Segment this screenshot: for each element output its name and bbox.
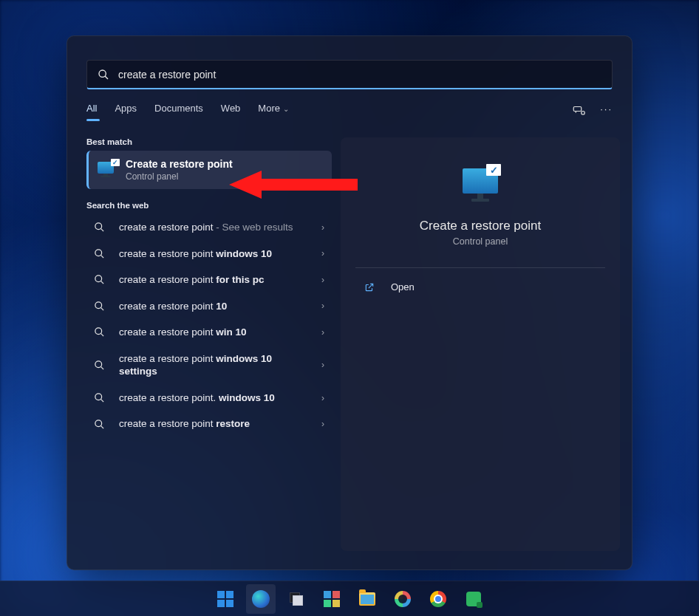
- divider: [355, 267, 605, 268]
- green-app-button[interactable]: [459, 584, 488, 614]
- start-search-panel: All Apps Documents Web More⌄ ··· Best ma…: [67, 35, 632, 570]
- green-app-icon: [466, 592, 481, 606]
- tab-all[interactable]: All: [86, 103, 97, 120]
- search-icon: [94, 419, 109, 430]
- control-panel-icon: ✓: [460, 164, 501, 205]
- svg-point-8: [95, 276, 102, 282]
- search-icon: [94, 274, 109, 285]
- web-result-label: create a restore point for this pc: [119, 273, 311, 287]
- tab-documents[interactable]: Documents: [154, 103, 203, 120]
- open-action[interactable]: Open: [354, 278, 607, 295]
- search-icon: [94, 360, 109, 371]
- best-match-label: Best match: [86, 137, 332, 146]
- web-result-label: create a restore point windows 10: [119, 247, 311, 261]
- taskbar: [0, 581, 699, 616]
- svg-point-16: [95, 394, 102, 400]
- svg-line-13: [100, 334, 103, 337]
- svg-point-18: [95, 420, 102, 427]
- svg-line-19: [100, 425, 103, 428]
- web-result-item[interactable]: create a restore point for this pc›: [86, 267, 332, 293]
- chrome-button[interactable]: [423, 584, 453, 614]
- search-orb-icon: [252, 590, 270, 608]
- svg-line-17: [100, 399, 103, 402]
- chevron-down-icon: ⌄: [283, 105, 289, 113]
- windows-logo-icon: [217, 591, 233, 607]
- open-label: Open: [391, 281, 415, 292]
- web-result-item[interactable]: create a restore point - See web results…: [86, 214, 332, 241]
- svg-point-3: [582, 112, 585, 115]
- more-options-icon[interactable]: ···: [600, 103, 613, 119]
- search-web-label: Search the web: [86, 201, 332, 210]
- file-explorer-button[interactable]: [352, 584, 382, 614]
- web-result-label: create a restore point 10: [119, 300, 311, 313]
- search-icon: [94, 222, 109, 233]
- web-result-item[interactable]: create a restore point 10›: [86, 293, 332, 320]
- search-input[interactable]: [118, 69, 601, 81]
- tab-more[interactable]: More⌄: [258, 103, 289, 120]
- widgets-button[interactable]: [317, 584, 347, 614]
- search-icon: [94, 326, 109, 338]
- web-result-item[interactable]: create a restore point windows 10 settin…: [86, 346, 332, 385]
- preview-subtitle: Control panel: [453, 236, 508, 247]
- web-result-label: create a restore point restore: [119, 417, 311, 431]
- svg-line-15: [100, 366, 103, 369]
- web-result-label: create a restore point - See web results: [119, 221, 311, 234]
- web-result-label: create a restore point windows 10 settin…: [119, 352, 311, 378]
- open-icon: [364, 282, 376, 292]
- control-panel-icon: ✓: [98, 162, 117, 178]
- web-result-item[interactable]: create a restore point. windows 10›: [86, 385, 332, 411]
- svg-line-1: [105, 76, 108, 79]
- svg-line-11: [100, 307, 103, 310]
- app-button-spinner[interactable]: [388, 584, 417, 614]
- web-result-item[interactable]: create a restore point win 10›: [86, 319, 332, 346]
- tab-web[interactable]: Web: [221, 103, 241, 120]
- search-box[interactable]: [86, 60, 613, 89]
- svg-line-5: [100, 229, 103, 232]
- task-view-button[interactable]: [282, 584, 311, 614]
- chevron-right-icon: ›: [321, 301, 327, 311]
- chevron-right-icon: ›: [321, 360, 327, 370]
- web-result-item[interactable]: create a restore point windows 10›: [86, 241, 332, 267]
- widgets-icon: [324, 591, 340, 607]
- best-match-title: Create a restore point: [126, 158, 233, 170]
- tab-apps[interactable]: Apps: [115, 103, 137, 120]
- chevron-right-icon: ›: [321, 275, 327, 285]
- chevron-right-icon: ›: [321, 327, 327, 338]
- svg-line-7: [100, 255, 103, 258]
- filter-tabs: All Apps Documents Web More⌄ ···: [67, 89, 632, 126]
- taskbar-search-button[interactable]: [246, 584, 276, 614]
- preview-pane: ✓ Create a restore point Control panel O…: [341, 137, 620, 551]
- svg-point-12: [95, 328, 102, 335]
- folder-icon: [359, 592, 375, 606]
- svg-point-6: [95, 250, 102, 256]
- chevron-right-icon: ›: [321, 419, 327, 429]
- svg-point-10: [95, 302, 102, 309]
- search-icon: [94, 301, 109, 312]
- web-result-label: create a restore point. windows 10: [119, 391, 311, 405]
- search-icon: [94, 248, 109, 259]
- preview-title: Create a restore point: [420, 219, 541, 233]
- results-list: Best match ✓ Create a restore point Cont…: [86, 126, 332, 551]
- task-view-icon: [288, 591, 304, 607]
- svg-point-4: [95, 223, 102, 230]
- chevron-right-icon: ›: [321, 222, 327, 233]
- best-match-subtitle: Control panel: [126, 171, 233, 182]
- svg-line-9: [100, 281, 103, 284]
- svg-rect-2: [573, 107, 582, 112]
- chrome-icon: [430, 591, 446, 607]
- svg-point-14: [95, 361, 102, 368]
- search-icon: [98, 69, 109, 81]
- start-button[interactable]: [211, 584, 240, 614]
- org-search-icon[interactable]: [572, 103, 585, 119]
- best-match-result[interactable]: ✓ Create a restore point Control panel: [86, 151, 332, 189]
- search-icon: [94, 392, 109, 403]
- chevron-right-icon: ›: [321, 248, 327, 259]
- svg-point-0: [99, 70, 106, 77]
- web-result-label: create a restore point win 10: [119, 326, 311, 339]
- tab-more-label: More: [258, 103, 280, 114]
- web-result-item[interactable]: create a restore point restore›: [86, 411, 332, 437]
- spinner-app-icon: [395, 591, 411, 607]
- chevron-right-icon: ›: [321, 393, 327, 403]
